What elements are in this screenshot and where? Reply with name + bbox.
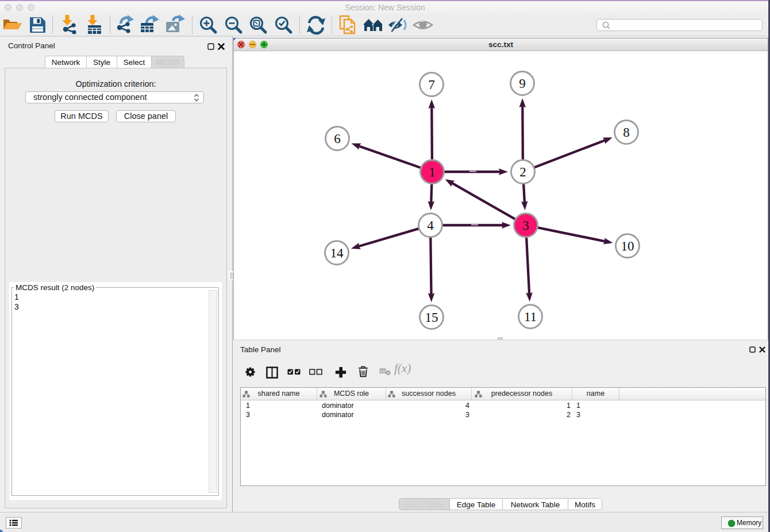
svg-text:15: 15 bbox=[425, 310, 438, 325]
svg-text:8: 8 bbox=[623, 125, 630, 140]
svg-text:10: 10 bbox=[621, 239, 634, 253]
svg-text:4: 4 bbox=[427, 218, 434, 233]
svg-text:6: 6 bbox=[334, 132, 341, 146]
svg-text:2: 2 bbox=[519, 165, 526, 179]
svg-text:1: 1 bbox=[429, 165, 436, 179]
svg-text:11: 11 bbox=[524, 310, 537, 324]
svg-text:7: 7 bbox=[428, 78, 435, 92]
svg-text:14: 14 bbox=[330, 246, 344, 260]
svg-text:3: 3 bbox=[522, 218, 529, 233]
svg-text:9: 9 bbox=[519, 76, 526, 91]
